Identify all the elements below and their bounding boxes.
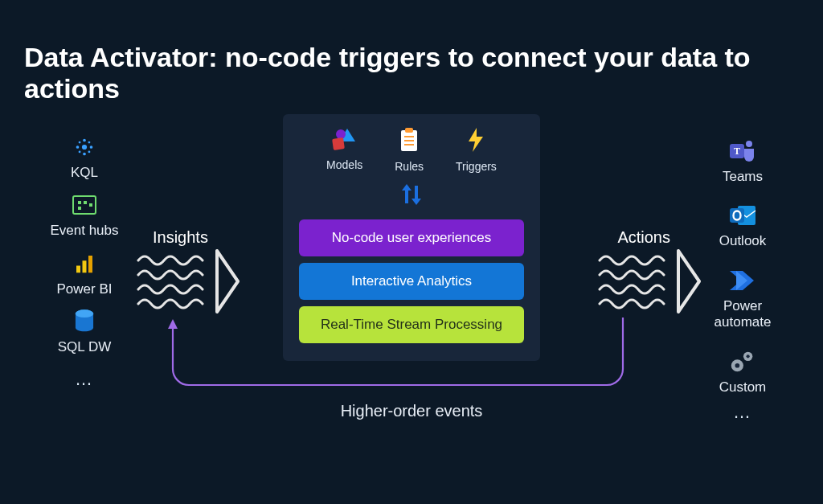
page-title: Data Activator: no-code triggers to conn… <box>24 42 799 104</box>
svg-point-20 <box>336 129 346 139</box>
stream-bar: Real-Time Stream Processing <box>299 306 524 343</box>
center-panel: Models Rules Triggers No-code user exper… <box>283 114 540 361</box>
event-hubs-icon <box>70 191 99 219</box>
source-sql-dw: SQL DW <box>58 307 111 355</box>
svg-rect-11 <box>84 201 87 204</box>
svg-point-0 <box>82 145 87 150</box>
teams-icon: T <box>728 137 757 166</box>
target-label: Teams <box>723 169 763 185</box>
target-outlook: Outlook <box>719 201 767 249</box>
svg-point-41 <box>747 354 750 358</box>
svg-point-5 <box>79 141 81 144</box>
svg-rect-14 <box>76 265 80 272</box>
source-label: SQL DW <box>58 339 111 355</box>
source-event-hubs: Event hubs <box>50 191 118 239</box>
source-power-bi: Power BI <box>57 249 113 297</box>
svg-point-18 <box>76 309 93 318</box>
triggers-item: Triggers <box>456 127 497 173</box>
target-teams: T Teams <box>723 137 763 185</box>
svg-rect-10 <box>78 201 81 204</box>
svg-rect-23 <box>405 128 413 133</box>
power-bi-icon <box>70 249 99 278</box>
svg-point-2 <box>90 145 93 149</box>
source-kql: KQL <box>70 133 99 181</box>
insights-label: Insights <box>153 228 208 247</box>
actions-flow-icon <box>598 249 686 313</box>
svg-marker-42 <box>168 319 178 329</box>
svg-rect-12 <box>78 207 81 210</box>
sources-column: KQL Event hubs Power BI SQL DW … <box>40 133 129 390</box>
analytics-bar: Interactive Analytics <box>299 263 524 300</box>
triggers-label: Triggers <box>456 160 497 173</box>
target-power-automate: Power automate <box>698 266 787 331</box>
source-label: KQL <box>71 165 98 181</box>
svg-point-4 <box>83 153 86 156</box>
rules-item: Rules <box>395 127 424 173</box>
svg-point-8 <box>88 151 91 154</box>
source-label: Power BI <box>57 281 113 297</box>
rules-icon <box>398 127 420 155</box>
svg-point-32 <box>746 141 752 147</box>
actions-label: Actions <box>617 228 670 247</box>
svg-point-39 <box>735 363 740 367</box>
svg-marker-29 <box>412 186 421 205</box>
svg-text:T: T <box>734 145 740 157</box>
sql-dw-icon <box>70 307 99 336</box>
models-icon <box>331 127 358 154</box>
targets-column: T Teams Outlook Power automate Custom … <box>698 137 787 423</box>
higher-order-label: Higher-order events <box>0 402 823 420</box>
source-label: Event hubs <box>50 223 118 239</box>
svg-point-7 <box>79 151 81 154</box>
svg-marker-27 <box>469 128 483 152</box>
svg-marker-28 <box>402 184 412 203</box>
svg-point-3 <box>83 139 86 142</box>
sources-more: … <box>75 369 94 390</box>
svg-rect-21 <box>332 137 345 150</box>
rules-label: Rules <box>395 160 424 173</box>
nocode-bar: No-code user experiences <box>299 219 524 256</box>
target-label: Outlook <box>719 233 767 249</box>
svg-point-6 <box>88 141 91 144</box>
bidirectional-arrows-icon <box>399 184 424 208</box>
power-automate-icon <box>728 266 757 295</box>
target-label: Custom <box>719 379 767 395</box>
center-top-row: Models Rules Triggers <box>326 127 497 173</box>
triggers-icon <box>465 127 486 155</box>
svg-point-1 <box>76 145 80 149</box>
kql-icon <box>70 133 99 162</box>
models-item: Models <box>326 127 362 173</box>
svg-rect-13 <box>89 203 92 207</box>
models-label: Models <box>326 158 362 171</box>
target-label: Power automate <box>698 298 787 331</box>
svg-rect-15 <box>82 260 86 272</box>
svg-rect-16 <box>88 256 92 272</box>
outlook-icon <box>728 201 757 230</box>
custom-gears-icon <box>728 347 757 376</box>
insights-flow-icon <box>137 249 225 313</box>
